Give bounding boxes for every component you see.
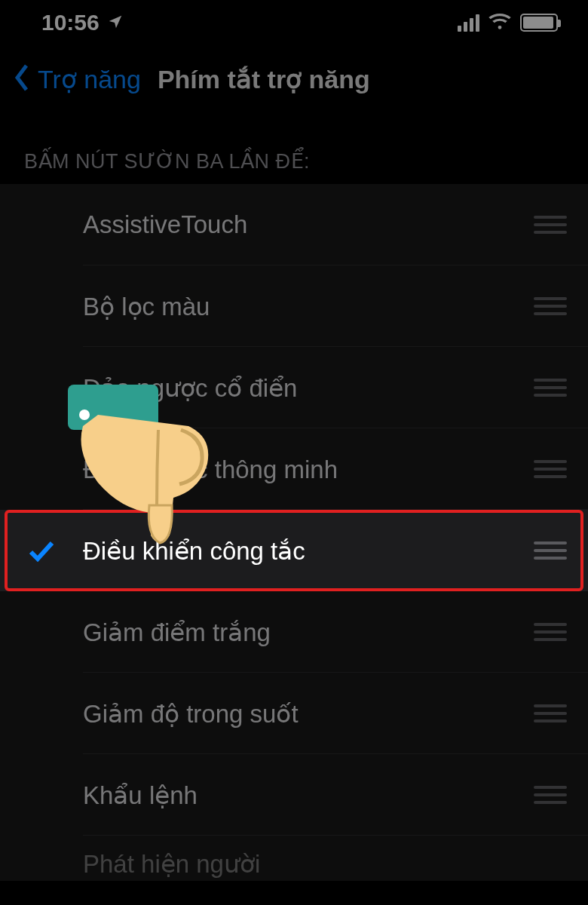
list-item-label: Phát hiện người xyxy=(83,849,567,879)
location-icon xyxy=(107,10,124,35)
drag-handle-icon[interactable] xyxy=(529,541,567,560)
list-item[interactable]: Điều khiển công tắc xyxy=(0,510,588,591)
list-item-label: Đảo ngược thông minh xyxy=(83,455,529,484)
status-left: 10:56 xyxy=(41,10,124,35)
battery-icon xyxy=(520,14,558,32)
checkmark-icon xyxy=(26,535,57,566)
list-item[interactable]: Bộ lọc màu xyxy=(0,265,588,347)
nav-bar: Trợ năng Phím tắt trợ năng xyxy=(0,45,588,113)
highlighted-row-wrap: Điều khiển công tắc xyxy=(0,510,588,591)
list-item-label: Giảm điểm trắng xyxy=(83,618,529,647)
drag-handle-icon[interactable] xyxy=(529,623,567,641)
shortcut-list: AssistiveTouch Bộ lọc màu Đảo ngược cổ đ… xyxy=(0,184,588,881)
list-item[interactable]: AssistiveTouch xyxy=(0,184,588,265)
back-button[interactable]: Trợ năng xyxy=(38,64,141,94)
wifi-icon xyxy=(488,10,511,35)
list-item[interactable]: Giảm điểm trắng xyxy=(0,591,588,673)
section-header: BẤM NÚT SƯỜN BA LẦN ĐỂ: xyxy=(0,113,588,184)
drag-handle-icon[interactable] xyxy=(529,460,567,478)
clock: 10:56 xyxy=(41,10,100,35)
drag-handle-icon[interactable] xyxy=(529,216,567,234)
back-chevron-icon[interactable] xyxy=(12,63,32,96)
status-right xyxy=(458,10,558,35)
page-title: Phím tắt trợ năng xyxy=(158,64,370,94)
screen: 10:56 Trợ năng Phím tắt trợ năng BẤM NÚT… xyxy=(0,0,588,905)
status-bar: 10:56 xyxy=(0,0,588,45)
list-item[interactable]: Khẩu lệnh xyxy=(0,754,588,836)
list-item-label: AssistiveTouch xyxy=(83,210,529,239)
list-item[interactable]: Đảo ngược thông minh xyxy=(0,428,588,510)
list-item-label: Khẩu lệnh xyxy=(83,781,529,810)
list-item-label: Đảo ngược cổ điển xyxy=(83,373,529,403)
list-item[interactable]: Giảm độ trong suốt xyxy=(0,673,588,754)
list-item-label: Bộ lọc màu xyxy=(83,292,529,321)
drag-handle-icon[interactable] xyxy=(529,379,567,397)
drag-handle-icon[interactable] xyxy=(529,704,567,722)
list-item[interactable]: Phát hiện người xyxy=(0,836,588,881)
list-item-label: Điều khiển công tắc xyxy=(83,536,529,566)
drag-handle-icon[interactable] xyxy=(529,786,567,804)
cellular-signal-icon xyxy=(458,14,479,32)
list-item-label: Giảm độ trong suốt xyxy=(83,699,529,729)
drag-handle-icon[interactable] xyxy=(529,297,567,315)
checkmark-slot xyxy=(0,535,83,566)
list-item[interactable]: Đảo ngược cổ điển xyxy=(0,347,588,428)
